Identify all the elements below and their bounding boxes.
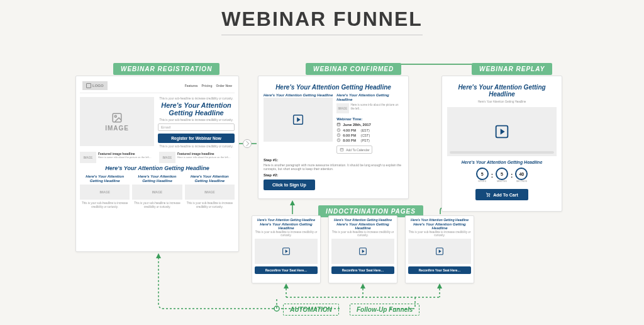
play-icon <box>358 246 368 256</box>
svg-point-29 <box>487 196 488 197</box>
webinar-time: 6:00 PM (CST) <box>336 133 403 137</box>
subheadline-text: This is your sub-headline to increase cr… <box>158 118 235 122</box>
reconfirm-button[interactable]: Reconfirm Your Seat Here… <box>408 266 471 274</box>
nav-item[interactable]: Pricing <box>201 84 212 88</box>
add-to-calendar-button[interactable]: Add To Calendar <box>336 145 372 154</box>
image-placeholder: IMAGE <box>159 152 175 163</box>
image-placeholder: IMAGE <box>185 185 235 200</box>
column-headline: Here's Your Attention Getting Headline <box>80 174 130 183</box>
indoctrination-page-card: Here's Your Attention Getting Headline H… <box>405 215 474 283</box>
svg-marker-3 <box>290 200 295 205</box>
indoc-headline: Here's Your Attention Getting Headline <box>331 219 394 222</box>
svg-marker-10 <box>360 283 365 288</box>
indoc-subheadline: Here's Your Attention Getting Headline <box>408 222 471 231</box>
confirmed-headline: Here's Your Attention Getting Headline <box>264 84 403 91</box>
feature-body: Here is some info about the picture on t… <box>98 156 152 159</box>
column-item: Here's Your Attention Getting Headline I… <box>185 174 235 208</box>
clock-icon <box>336 138 341 142</box>
image-placeholder: IMAGE <box>132 185 182 200</box>
reconfirm-button[interactable]: Reconfirm Your Seat Here… <box>255 266 318 274</box>
video-placeholder[interactable] <box>447 107 557 156</box>
svg-point-19 <box>114 115 116 117</box>
indoc-headline: Here's Your Attention Getting Headline <box>255 219 318 222</box>
indoc-note: This is your sub-headline to increase cr… <box>331 231 394 237</box>
section-headline: Here's Your Attention Getting Headline <box>80 166 235 172</box>
preheadline-text: This is your sub-headline to increase cr… <box>158 97 235 100</box>
replay-card: Here's Your Attention Getting Headline H… <box>441 76 562 212</box>
svg-rect-26 <box>340 149 343 151</box>
column-item: Here's Your Attention Getting Headline I… <box>80 174 130 208</box>
confirmed-subheadline: Here's Your Attention Getting Headline <box>264 93 333 98</box>
indoc-subheadline: Here's Your Attention Getting Headline <box>255 222 318 231</box>
side-headline: Here's Your Attention Getting Headline <box>336 93 403 101</box>
column-item: Here's Your Attention Getting Headline I… <box>132 174 182 208</box>
add-to-cart-button[interactable]: Add To Cart <box>475 189 528 200</box>
nav-item[interactable]: Order Now <box>216 84 232 88</box>
video-placeholder[interactable] <box>264 98 333 142</box>
indoctrination-page-card: Here's Your Attention Getting Headline H… <box>252 215 321 283</box>
indoc-subheadline: Here's Your Attention Getting Headline <box>331 222 394 231</box>
indoc-note: This is your sub-headline to increase cr… <box>408 231 471 237</box>
column-headline: Here's Your Attention Getting Headline <box>185 174 235 183</box>
image-icon <box>111 112 123 123</box>
webinar-time: 8:00 PM (PST) <box>336 138 403 142</box>
webinar-date: June 28th, 2017 <box>336 122 403 127</box>
flow-arrow-ring <box>243 139 252 148</box>
play-icon <box>281 246 291 256</box>
feature-item: IMAGE Featured image headline Here is so… <box>80 152 155 163</box>
countdown-timer: 5 HOURS : 5 MINUTES : 40 SECONDS <box>447 168 557 183</box>
tag-confirmed: WEBINAR CONFIRMED <box>306 63 401 75</box>
countdown-seconds: 40 <box>519 172 524 176</box>
postcta-text: This is your sub-headline to increase cr… <box>158 145 235 148</box>
clock-icon <box>336 133 341 137</box>
feature-body: Here is some info about the picture on t… <box>177 156 231 159</box>
signup-button[interactable]: Click to Sign Up <box>264 180 315 190</box>
column-sub: This is your sub-headline to increase cr… <box>80 202 130 208</box>
calendar-icon <box>336 122 341 127</box>
video-placeholder[interactable] <box>255 239 318 264</box>
automation-label: AUTOMATION <box>283 304 339 316</box>
logo-placeholder: LOGO <box>82 81 108 90</box>
nav-item[interactable]: Features <box>185 84 198 88</box>
calendar-icon <box>340 147 344 152</box>
countdown-minutes: 5 <box>501 172 503 176</box>
svg-point-16 <box>274 306 279 311</box>
svg-marker-12 <box>437 283 442 288</box>
title-divider <box>221 35 423 35</box>
side-body: Here is some info about the picture on t… <box>351 103 404 113</box>
image-placeholder: IMAGE <box>80 152 96 163</box>
play-icon <box>291 113 305 127</box>
indoc-note: This is your sub-headline to increase cr… <box>255 231 318 237</box>
register-button[interactable]: Register for Webinar Now <box>158 134 235 143</box>
registration-card: LOGO Features Pricing Order Now IMAGE Th… <box>75 76 239 252</box>
countdown-label: SECONDS <box>515 180 528 183</box>
confirmed-card: Here's Your Attention Getting Headline H… <box>258 76 409 199</box>
column-sub: This is your sub-headline to increase cr… <box>132 202 182 208</box>
reconfirm-button[interactable]: Reconfirm Your Seat Here… <box>331 266 394 274</box>
video-placeholder[interactable] <box>331 239 394 264</box>
svg-rect-18 <box>113 113 121 122</box>
webinar-time-label: Webinar Time: <box>336 117 403 121</box>
page-title: WEBINAR FUNNEL <box>0 8 644 31</box>
play-icon <box>493 123 511 140</box>
cart-icon <box>486 192 491 197</box>
feature-item: IMAGE Featured image headline Here is so… <box>159 152 235 163</box>
image-placeholder: IMAGE <box>80 97 154 146</box>
step1-body: Here is another paragraph with more awes… <box>264 163 403 171</box>
play-icon <box>435 246 445 256</box>
clock-icon <box>336 128 341 132</box>
replay-headline: Here's Your Attention Getting Headline <box>447 84 557 98</box>
column-sub: This is your sub-headline to increase cr… <box>185 202 235 208</box>
registration-headline: Here's Your Attention Getting Headline <box>158 101 235 117</box>
video-placeholder[interactable] <box>408 239 471 264</box>
email-field[interactable]: Email <box>158 123 235 131</box>
countdown-label: HOURS <box>476 180 489 183</box>
replay-subheadline: Here's Your Attention Getting Headline <box>447 100 557 103</box>
step1-title: Step #1: <box>264 158 403 162</box>
followup-funnels-label: Follow-Up Funnels <box>350 304 419 316</box>
tag-replay: WEBINAR REPLAY <box>472 63 552 75</box>
image-placeholder: IMAGE <box>80 185 130 200</box>
svg-marker-8 <box>284 283 289 288</box>
tag-registration: WEBINAR REGISTRATION <box>113 63 219 75</box>
column-headline: Here's Your Attention Getting Headline <box>132 174 182 183</box>
